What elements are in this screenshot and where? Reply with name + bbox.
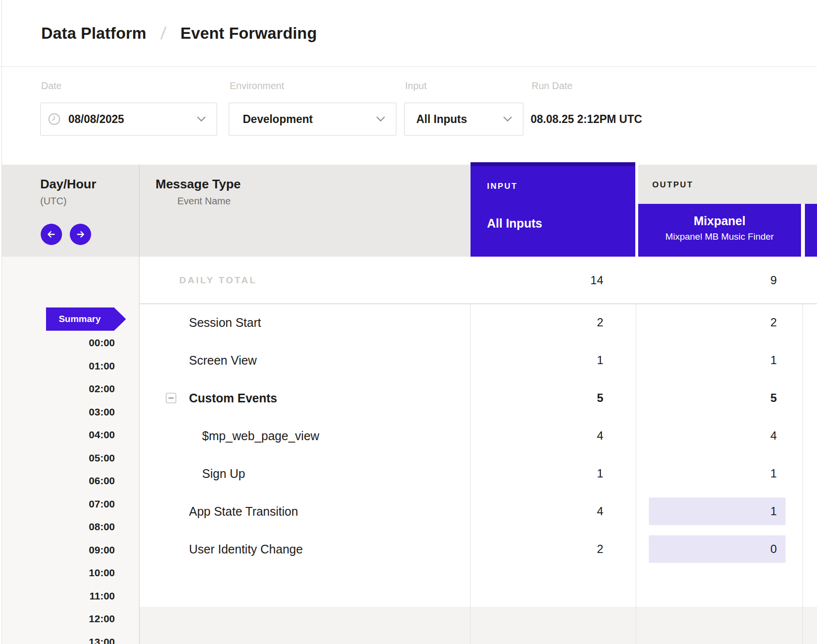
event-name-cell: $mp_web_page_view (140, 417, 471, 455)
previous-day-button[interactable] (41, 224, 62, 245)
table-row: Sign Up 1 1 (140, 455, 817, 492)
event-name-cell: Sign Up (140, 455, 471, 492)
breadcrumb-separator: / (160, 23, 167, 44)
event-name-cell: User Identity Change (140, 530, 471, 568)
table-row: $mp_web_page_view 4 4 (140, 417, 817, 455)
chevron-down-icon (376, 116, 385, 122)
output-count-cell: 1 (636, 455, 803, 492)
message-type-header: Message Type Event Name (156, 177, 241, 207)
event-name-cell: App State Transition (140, 492, 471, 530)
input-count-cell: 2 (471, 530, 636, 568)
output-count-cell: 1 (636, 492, 803, 530)
output-column-title: Mixpanel (638, 214, 801, 228)
collapse-toggle-icon[interactable] (166, 393, 176, 403)
breadcrumb-section[interactable]: Data Platform (41, 24, 146, 43)
daily-total-label: DAILY TOTAL (140, 257, 471, 304)
output-column-subtitle: Mixpanel MB Music Finder (638, 231, 801, 242)
day-hour-subtitle: (UTC) (40, 196, 96, 207)
output-count-cell: 2 (636, 304, 803, 341)
table-footer-band (140, 607, 817, 644)
table-row: App State Transition 4 1 (140, 492, 817, 530)
date-dropdown[interactable]: 08/08/2025 (40, 103, 217, 136)
event-name-cell: Screen View (140, 341, 471, 379)
event-name-label: App State Transition (189, 505, 298, 519)
day-hour-title: Day/Hour (40, 177, 96, 192)
hour-row-label[interactable]: 13:00 (2, 630, 139, 644)
hour-row-label[interactable]: 03:00 (2, 400, 139, 424)
input-count-cell: 5 (471, 379, 636, 417)
input-filter-label: Input (405, 80, 426, 92)
page-title: Event Forwarding (180, 24, 317, 43)
hour-row-label[interactable]: 12:00 (2, 607, 139, 630)
event-name-label: Sign Up (202, 467, 245, 481)
event-name-label: Screen View (189, 353, 257, 368)
arrow-right-icon (75, 229, 86, 240)
hour-list: 00:00 01:00 02:00 03:00 04:00 05:00 06:0… (2, 331, 139, 644)
input-count-cell: 1 (471, 341, 636, 379)
input-count-cell: 2 (471, 304, 636, 341)
output-count-cell: 4 (636, 417, 803, 455)
output-highlight (649, 536, 786, 563)
input-dropdown[interactable]: All Inputs (404, 103, 523, 136)
breadcrumb: Data Platform / Event Forwarding (0, 0, 817, 67)
input-count-cell: 4 (471, 417, 636, 455)
table-row: User Identity Change 2 0 (140, 530, 817, 568)
environment-value: Development (243, 113, 313, 126)
event-name-label: $mp_web_page_view (202, 429, 319, 443)
date-value: 08/08/2025 (68, 113, 124, 126)
message-type-title: Message Type (156, 177, 241, 192)
next-day-button[interactable] (70, 224, 91, 245)
hour-row-label[interactable]: 01:00 (2, 354, 139, 378)
hour-row-label[interactable]: 07:00 (2, 492, 139, 516)
output-count-cell: 5 (636, 379, 803, 417)
next-output-column-header[interactable] (805, 204, 817, 257)
daily-total-output-count: 9 (770, 274, 777, 287)
hour-row-label[interactable]: 06:00 (2, 469, 139, 492)
run-date-value: 08.08.25 2:12PM UTC (531, 113, 642, 126)
event-name-cell: Session Start (140, 304, 471, 341)
chevron-down-icon (197, 116, 206, 122)
output-count-cell: 1 (636, 341, 803, 379)
hour-row-label[interactable]: 00:00 (2, 331, 139, 354)
event-name-cell: Custom Events (140, 379, 471, 417)
date-filter-label: Date (41, 80, 62, 92)
event-name-label: Session Start (189, 316, 261, 330)
event-name-label: User Identity Change (189, 542, 303, 556)
input-column-title: All Inputs (487, 216, 542, 230)
hour-row-label[interactable]: 09:00 (2, 538, 139, 562)
table-row: Screen View 1 1 (140, 341, 817, 379)
event-name-label: Custom Events (189, 391, 277, 405)
chevron-down-icon (503, 116, 512, 122)
input-count-cell: 1 (471, 455, 636, 492)
output-section-label: OUTPUT (652, 180, 693, 190)
daily-total-input-count: 14 (590, 274, 603, 287)
hour-row-label[interactable]: 10:00 (2, 561, 139, 584)
input-column-accent-strip (471, 162, 635, 166)
event-rows: Session Start 2 2 Screen View 1 1 Custom… (140, 304, 817, 568)
clock-icon (47, 112, 61, 126)
input-column-header[interactable]: INPUT All Inputs (471, 162, 635, 257)
hour-row-label[interactable]: 05:00 (2, 446, 139, 470)
table-row: Session Start 2 2 (140, 304, 817, 341)
summary-row-tag[interactable]: Summary (46, 307, 126, 331)
daily-total-row: DAILY TOTAL 14 9 (140, 257, 817, 304)
input-section-label: INPUT (487, 182, 518, 191)
output-highlight (649, 498, 786, 525)
output-column-header[interactable]: Mixpanel Mixpanel MB Music Finder (638, 204, 801, 257)
message-type-subtitle: Event Name (177, 196, 241, 207)
run-date-label: Run Date (532, 80, 573, 92)
table-row: Custom Events 5 5 (140, 379, 817, 417)
day-hour-header: Day/Hour (UTC) (40, 177, 96, 207)
hour-row-label[interactable]: 04:00 (2, 423, 139, 446)
input-value: All Inputs (416, 113, 467, 126)
output-count-cell: 0 (636, 530, 803, 568)
event-forwarding-page: Data Platform / Event Forwarding Date 08… (0, 0, 817, 644)
input-count-cell: 4 (471, 492, 636, 530)
arrow-left-icon (46, 229, 57, 240)
hour-row-label[interactable]: 08:00 (2, 515, 139, 538)
hour-row-label[interactable]: 11:00 (2, 584, 139, 608)
hour-row-label[interactable]: 02:00 (2, 377, 139, 400)
environment-dropdown[interactable]: Development (229, 103, 396, 136)
column-seam (801, 204, 805, 257)
environment-filter-label: Environment (230, 80, 284, 92)
